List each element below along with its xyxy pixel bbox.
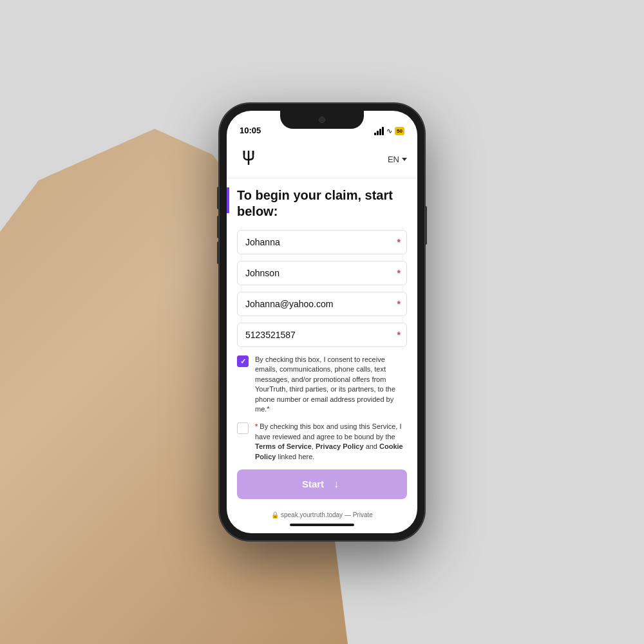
down-arrow-icon <box>330 478 342 490</box>
battery-indicator: 50 <box>395 127 404 135</box>
url-display: 🔒 speak.yourtruth.today — Private <box>271 511 373 518</box>
privacy-policy-link[interactable]: Privacy Policy <box>316 442 364 450</box>
last-name-required: * <box>397 268 401 278</box>
start-button[interactable]: Start <box>237 469 407 499</box>
phone-field-group: * <box>237 323 407 347</box>
form-title: To begin your claim, start below: <box>237 187 407 220</box>
signal-icon <box>374 127 384 135</box>
start-label: Start <box>302 478 324 489</box>
consent-checkbox[interactable] <box>237 355 249 367</box>
form-section: To begin your claim, start below: * * <box>227 178 417 533</box>
footer-bar: 🔒 speak.yourtruth.today — Private <box>237 504 407 533</box>
first-name-field-group: * <box>237 230 407 254</box>
phone-frame: 10:05 ∿ 50 <box>219 103 425 541</box>
email-required: * <box>397 299 401 309</box>
first-name-input[interactable] <box>237 230 407 254</box>
tos-link[interactable]: Terms of Service <box>255 442 312 450</box>
phone-required: * <box>397 330 401 340</box>
tos-checkbox[interactable] <box>237 422 249 434</box>
tos-required-star: * <box>255 422 258 430</box>
app-header: EN <box>227 139 417 178</box>
status-time: 10:05 <box>240 126 261 135</box>
tos-label: * By checking this box and using this Se… <box>255 422 407 462</box>
app-content: EN To begin your claim, start below: * <box>227 139 417 533</box>
email-field-group: * <box>237 292 407 316</box>
language-selector[interactable]: EN <box>388 155 407 164</box>
phone-screen: 10:05 ∿ 50 <box>227 111 417 533</box>
phone-notch <box>280 111 364 129</box>
phone-input[interactable] <box>237 323 407 347</box>
last-name-field-group: * <box>237 261 407 285</box>
home-indicator[interactable] <box>290 524 354 526</box>
scene: 10:05 ∿ 50 <box>0 0 644 644</box>
consent-section: By checking this box, I consent to recei… <box>237 355 407 462</box>
status-icons: ∿ 50 <box>374 127 404 135</box>
chevron-down-icon <box>402 158 407 161</box>
email-input[interactable] <box>237 292 407 316</box>
logo-svg <box>237 146 260 169</box>
consent-checkbox-row: By checking this box, I consent to recei… <box>237 355 407 414</box>
last-name-input[interactable] <box>237 261 407 285</box>
language-label: EN <box>388 155 399 164</box>
tos-checkbox-row: * By checking this box and using this Se… <box>237 422 407 462</box>
first-name-required: * <box>397 237 401 247</box>
wifi-icon: ∿ <box>386 127 392 135</box>
consent-label: By checking this box, I consent to recei… <box>255 355 407 414</box>
app-logo <box>237 146 260 173</box>
front-camera <box>319 117 325 123</box>
